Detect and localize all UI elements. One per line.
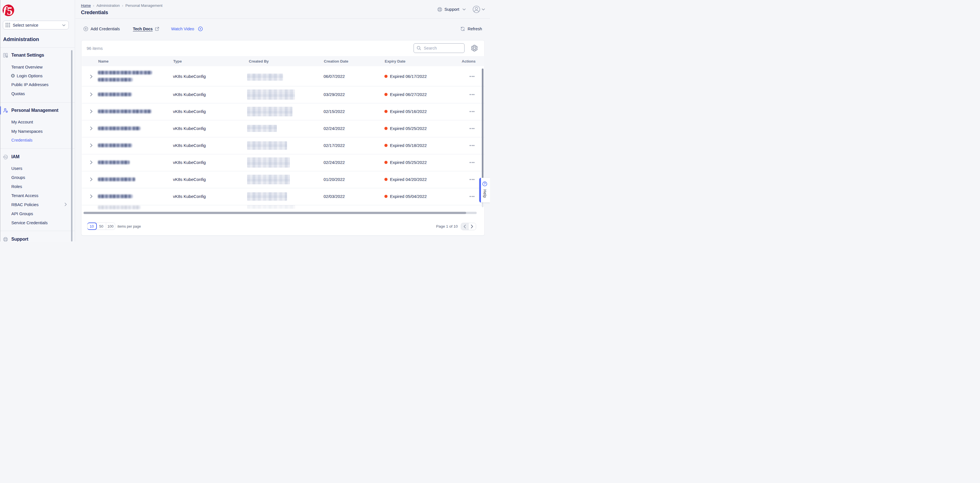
svg-text:?: ? [484, 182, 485, 185]
svg-text:5: 5 [7, 5, 13, 16]
